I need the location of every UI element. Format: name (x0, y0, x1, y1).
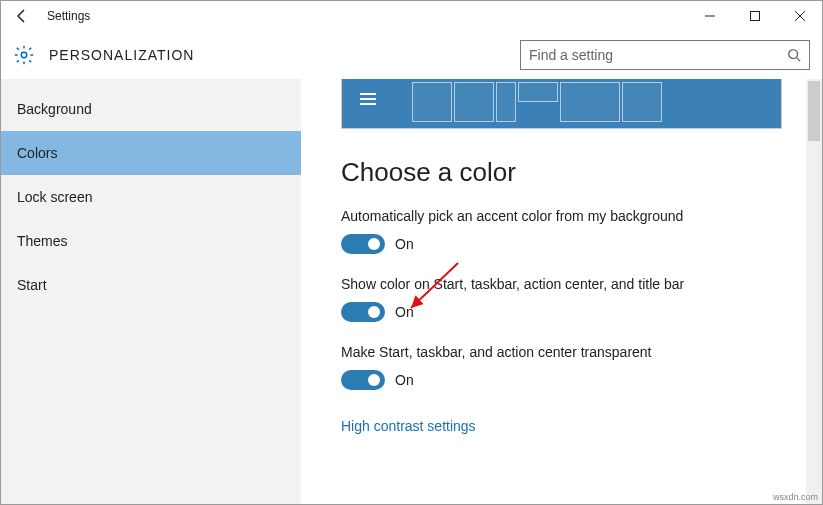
svg-rect-1 (750, 12, 759, 21)
content-pane: Choose a color Automatically pick an acc… (301, 79, 822, 504)
sidebar-item-themes[interactable]: Themes (1, 219, 301, 263)
back-button[interactable] (1, 1, 43, 31)
window-title: Settings (47, 9, 687, 23)
sidebar: Background Colors Lock screen Themes Sta… (1, 79, 301, 504)
section-title: Choose a color (341, 157, 782, 188)
search-icon (787, 48, 801, 62)
sidebar-item-start[interactable]: Start (1, 263, 301, 307)
hamburger-icon (360, 93, 376, 108)
setting-transparent: Make Start, taskbar, and action center t… (341, 344, 782, 390)
close-icon (795, 11, 805, 21)
toggle-auto-accent[interactable] (341, 234, 385, 254)
toggle-transparent[interactable] (341, 370, 385, 390)
titlebar: Settings (1, 1, 822, 31)
setting-label: Automatically pick an accent color from … (341, 208, 782, 224)
watermark: wsxdn.com (773, 492, 818, 502)
svg-point-4 (21, 52, 27, 58)
minimize-icon (705, 11, 715, 21)
header: PERSONALIZATION (1, 31, 822, 79)
sidebar-item-background[interactable]: Background (1, 87, 301, 131)
setting-show-color: Show color on Start, taskbar, action cen… (341, 276, 782, 322)
window-controls (687, 1, 822, 31)
svg-line-6 (797, 58, 801, 62)
maximize-icon (750, 11, 760, 21)
arrow-left-icon (14, 8, 30, 24)
scrollbar-thumb[interactable] (808, 81, 820, 141)
close-button[interactable] (777, 1, 822, 31)
search-input[interactable] (529, 47, 787, 63)
body: Background Colors Lock screen Themes Sta… (1, 79, 822, 504)
color-preview (341, 79, 782, 129)
setting-auto-accent: Automatically pick an accent color from … (341, 208, 782, 254)
settings-window: Settings PERSONALIZATION Background Co (0, 0, 823, 505)
toggle-state: On (395, 304, 414, 320)
search-box[interactable] (520, 40, 810, 70)
high-contrast-link[interactable]: High contrast settings (341, 418, 476, 434)
maximize-button[interactable] (732, 1, 777, 31)
setting-label: Make Start, taskbar, and action center t… (341, 344, 782, 360)
toggle-state: On (395, 236, 414, 252)
setting-label: Show color on Start, taskbar, action cen… (341, 276, 782, 292)
toggle-state: On (395, 372, 414, 388)
sidebar-item-colors[interactable]: Colors (1, 131, 301, 175)
sidebar-item-lock-screen[interactable]: Lock screen (1, 175, 301, 219)
preview-tiles (412, 82, 662, 122)
toggle-show-color[interactable] (341, 302, 385, 322)
minimize-button[interactable] (687, 1, 732, 31)
gear-icon (13, 44, 35, 66)
scrollbar[interactable] (806, 79, 822, 504)
header-title: PERSONALIZATION (49, 47, 520, 63)
svg-point-5 (789, 50, 798, 59)
